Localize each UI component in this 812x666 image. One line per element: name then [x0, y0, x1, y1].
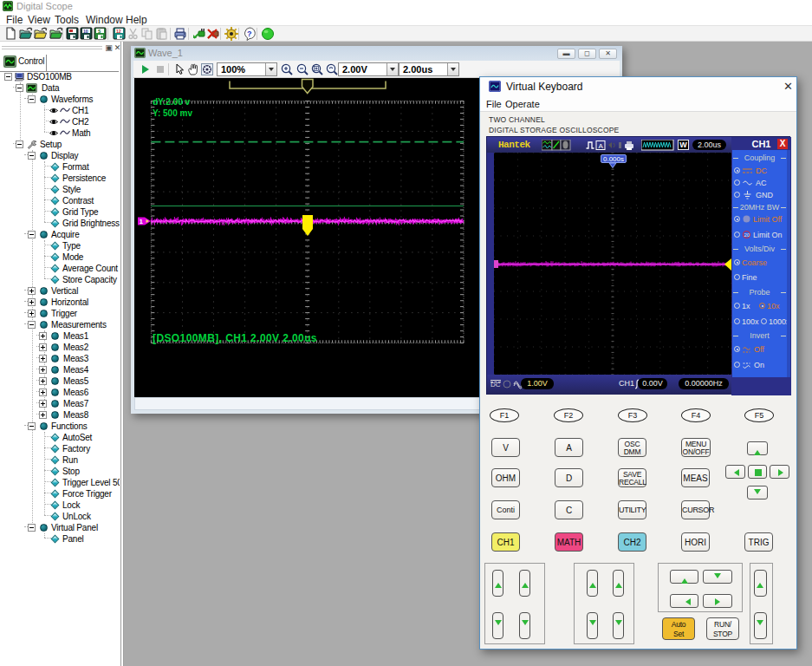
svg-text:20: 20 [744, 232, 750, 238]
svg-text:A: A [599, 142, 604, 150]
svg-text:?: ? [247, 29, 252, 38]
svg-text:10: 10 [83, 29, 88, 34]
svg-text:[DSO100MB], CH1 2.00V 2.00us: [DSO100MB], CH1 2.00V 2.00us [153, 332, 317, 344]
svg-text:12: 12 [116, 29, 121, 34]
svg-text:dY:2.00 v: dY:2.00 v [153, 97, 191, 107]
svg-text:1: 1 [140, 218, 144, 225]
svg-text:0.000s: 0.000s [603, 155, 624, 163]
svg-text:Y: 500 mv: Y: 500 mv [153, 108, 192, 118]
